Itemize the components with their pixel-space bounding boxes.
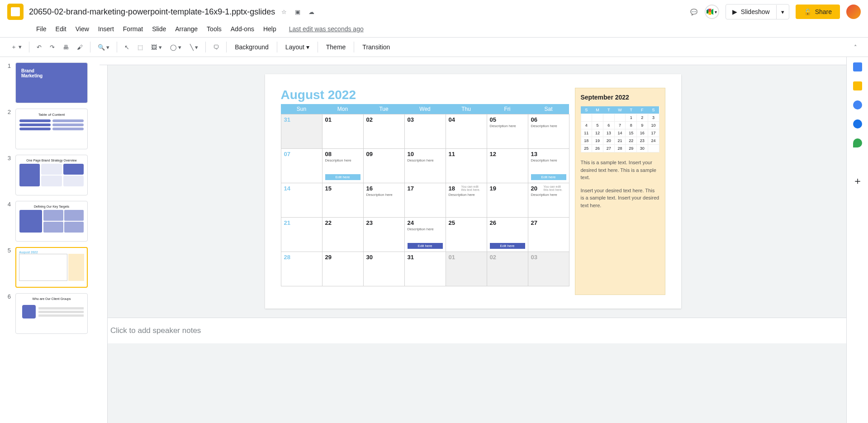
contacts-addon-icon[interactable] — [853, 119, 862, 128]
menu-insert[interactable]: Insert — [95, 24, 118, 34]
calendar-cell[interactable]: 31 — [281, 114, 322, 149]
side-calendar[interactable]: September 2022 SMTWTFS123456789101112131… — [575, 88, 665, 295]
calendar-cell[interactable]: 21 — [281, 218, 322, 252]
move-icon[interactable]: ▣ — [293, 7, 302, 16]
calendar-cell[interactable]: 10Description here — [404, 149, 446, 183]
calendar-cell[interactable]: 05Description here — [487, 114, 528, 149]
slideshow-dropdown[interactable]: ▾ — [776, 5, 789, 19]
calendar-cell[interactable]: 01 — [446, 252, 487, 286]
calendar-cell[interactable]: 12 — [487, 149, 528, 183]
image-tool[interactable]: 🖼 ▾ — [147, 41, 166, 53]
transition-button[interactable]: Transition — [358, 41, 394, 53]
calendar-cell[interactable]: 19 — [487, 183, 528, 218]
select-tool[interactable]: ↖ — [121, 41, 133, 53]
keep-addon-icon[interactable] — [853, 81, 862, 90]
calendar-cell[interactable]: 27 — [528, 218, 569, 252]
menu-file[interactable]: File — [33, 24, 50, 34]
calendar-cell[interactable]: 13Description hereEdit here — [528, 149, 569, 183]
print-button[interactable]: 🖶 — [59, 41, 72, 53]
speaker-notes[interactable]: Click to add speaker notes — [100, 318, 846, 343]
redo-button[interactable]: ↷ — [46, 41, 58, 53]
menu-arrange[interactable]: Arrange — [171, 24, 201, 34]
menu-help[interactable]: Help — [260, 24, 280, 34]
calendar-cell[interactable]: 01 — [322, 114, 363, 149]
zoom-button[interactable]: 🔍 ▾ — [94, 41, 114, 53]
calendar-cell[interactable]: 28 — [281, 252, 322, 286]
menu-slide[interactable]: Slide — [148, 24, 170, 34]
slide-thumb-3[interactable]: One Page Brand Strategy Overview — [15, 155, 88, 195]
horizontal-ruler — [100, 57, 846, 65]
meet-button[interactable]: ▾ — [705, 5, 719, 19]
cloud-status-icon[interactable]: ☁ — [307, 7, 316, 16]
calendar-cell[interactable]: 30 — [363, 252, 404, 286]
calendar-cell[interactable]: 03 — [404, 114, 446, 149]
comments-icon[interactable]: 💬 — [689, 7, 698, 16]
calendar-cell[interactable]: 02 — [487, 252, 528, 286]
calendar-title[interactable]: August 2022 — [281, 88, 569, 102]
calendar-cell[interactable]: 25 — [446, 218, 487, 252]
slide-thumb-6[interactable]: Who are Our Client Groups — [15, 293, 88, 334]
tasks-addon-icon[interactable] — [853, 100, 862, 109]
menu-view[interactable]: View — [72, 24, 93, 34]
calendar-cell[interactable]: 06Description here — [528, 114, 569, 149]
slide-thumb-1[interactable]: Brand Marketing — [15, 62, 88, 103]
share-button[interactable]: 🔒Share — [796, 5, 840, 19]
menu-bar: FileEditViewInsertFormatSlideArrangeTool… — [0, 24, 868, 37]
side-text-1[interactable]: This is a sample text. Insert your desir… — [581, 159, 659, 181]
last-edit-link[interactable]: Last edit was seconds ago — [285, 24, 367, 34]
menu-format[interactable]: Format — [119, 24, 147, 34]
background-button[interactable]: Background — [230, 41, 273, 53]
document-title[interactable]: 20650-02-brand-marketing-powerpoint-temp… — [29, 7, 275, 17]
slides-logo[interactable] — [7, 4, 24, 20]
user-avatar[interactable] — [846, 5, 861, 19]
calendar-cell[interactable]: 09 — [363, 149, 404, 183]
slideshow-button[interactable]: ▶Slideshow ▾ — [726, 4, 789, 19]
menu-add-ons[interactable]: Add-ons — [227, 24, 258, 34]
calendar-cell[interactable]: 08Description hereEdit here — [322, 149, 363, 183]
calendar-cell[interactable]: 03 — [528, 252, 569, 286]
calendar-cell[interactable]: 31 — [404, 252, 446, 286]
star-icon[interactable]: ☆ — [280, 7, 289, 16]
add-addon-icon[interactable]: ＋ — [853, 176, 862, 185]
canvas-area[interactable]: August 2022 SunMonTueWedThuFriSat 310102… — [100, 57, 846, 423]
shape-tool[interactable]: ◯ ▾ — [166, 41, 185, 53]
calendar-cell[interactable]: 04 — [446, 114, 487, 149]
slide-thumb-2[interactable]: Table of Content — [15, 109, 88, 149]
calendar-cell[interactable]: 14 — [281, 183, 322, 218]
slide-thumbnail-panel: 1Brand Marketing 2Table of Content 3One … — [0, 57, 100, 423]
calendar-cell[interactable]: 16Description here — [363, 183, 404, 218]
hide-menus-button[interactable]: ˄ — [850, 41, 861, 53]
present-icon: ▶ — [732, 8, 737, 15]
maps-addon-icon[interactable] — [853, 138, 862, 147]
side-text-2[interactable]: Insert your desired text here. This is a… — [581, 187, 659, 209]
header-bar: 20650-02-brand-marketing-powerpoint-temp… — [0, 0, 868, 38]
undo-button[interactable]: ↶ — [33, 41, 45, 53]
line-tool[interactable]: ╲ ▾ — [186, 41, 202, 53]
theme-button[interactable]: Theme — [322, 41, 351, 53]
calendar-cell[interactable]: 02 — [363, 114, 404, 149]
calendar-cell[interactable]: 23 — [363, 218, 404, 252]
slide-thumb-4[interactable]: Defining Our Key Targets — [15, 201, 88, 242]
slide-canvas[interactable]: August 2022 SunMonTueWedThuFriSat 310102… — [265, 74, 681, 309]
calendar-cell[interactable]: 26Edit here — [487, 218, 528, 252]
calendar-cell[interactable]: 17 — [404, 183, 446, 218]
menu-edit[interactable]: Edit — [52, 24, 70, 34]
textbox-tool[interactable]: ⬚ — [134, 41, 147, 53]
calendar-cell[interactable]: 20You can edit this text here.Descriptio… — [528, 183, 569, 218]
calendar-cell[interactable]: 15 — [322, 183, 363, 218]
menu-tools[interactable]: Tools — [203, 24, 225, 34]
slide-thumb-5[interactable]: August 2022 — [15, 247, 88, 288]
comment-add-button[interactable]: 🗨 — [209, 41, 223, 53]
calendar-cell[interactable]: 07 — [281, 149, 322, 183]
lock-icon: 🔒 — [804, 8, 811, 15]
calendar-cell[interactable]: 18You can edit this text here.Descriptio… — [446, 183, 487, 218]
vertical-ruler — [100, 65, 108, 423]
layout-button[interactable]: Layout ▾ — [281, 41, 314, 53]
calendar-cell[interactable]: 24Description hereEdit here — [404, 218, 446, 252]
paint-format-button[interactable]: 🖌 — [73, 41, 86, 53]
calendar-addon-icon[interactable] — [853, 62, 862, 71]
new-slide-button[interactable]: ＋ ▾ — [7, 40, 25, 54]
calendar-cell[interactable]: 22 — [322, 218, 363, 252]
calendar-cell[interactable]: 29 — [322, 252, 363, 286]
calendar-cell[interactable]: 11 — [446, 149, 487, 183]
